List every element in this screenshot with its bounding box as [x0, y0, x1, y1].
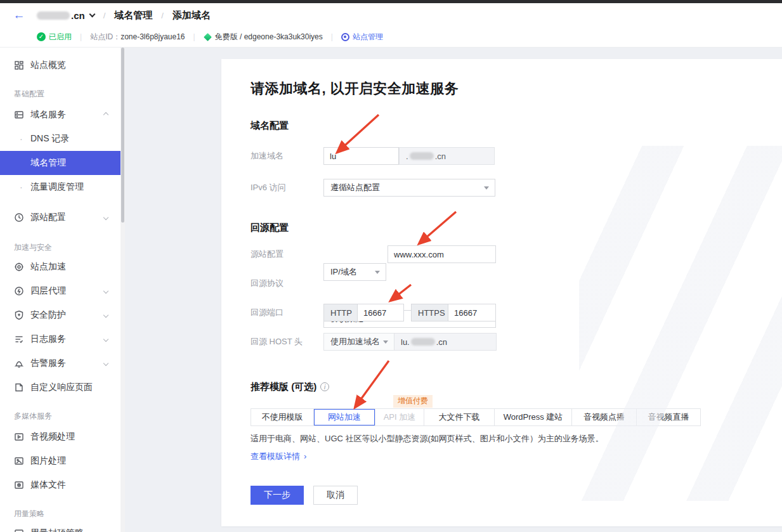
- sidebar-item-origin-config[interactable]: 源站配置: [0, 205, 121, 230]
- divider: |: [331, 32, 333, 41]
- dashboard-icon: [14, 60, 24, 70]
- section-heading-domain-config: 域名配置: [251, 120, 289, 132]
- port-label: 回源端口: [251, 304, 283, 321]
- tab-api-accel: API 加速: [375, 409, 424, 425]
- tab-wordpress[interactable]: WordPress 建站: [495, 409, 572, 425]
- template-heading-text: 推荐模版 (可选): [251, 381, 316, 392]
- sidebar-item-label: 流量调度管理: [30, 181, 84, 193]
- sidebar-section-basic-config: 基础配置: [0, 88, 121, 100]
- scrollbar-thumb[interactable]: [121, 48, 124, 223]
- origin-type-select[interactable]: IP/域名: [323, 263, 386, 281]
- sidebar-item-usage-cap[interactable]: 用量封顶策略: [0, 521, 121, 532]
- media-file-icon: [14, 480, 24, 490]
- chevron-down-icon: [89, 11, 95, 18]
- template-detail-link[interactable]: 查看模版详情›: [251, 451, 306, 462]
- shield-icon: [14, 310, 24, 320]
- caret-down-icon: [484, 186, 489, 190]
- http-port-tag: HTTP: [323, 304, 357, 321]
- sidebar-item-alarm-service[interactable]: 告警服务: [0, 351, 121, 375]
- host-header-control: 使用加速域名 lu. .cn: [323, 333, 497, 351]
- host-mode-select[interactable]: 使用加速域名: [324, 334, 394, 350]
- breadcrumb-item-add-domain: 添加域名: [173, 10, 211, 22]
- masked-site-name: [37, 11, 70, 20]
- sidebar-item-dns-records[interactable]: · DNS 记录: [0, 127, 121, 151]
- sidebar-item-label: 域名服务: [30, 109, 66, 120]
- sidebar-item-l4-proxy[interactable]: 四层代理: [0, 279, 121, 303]
- sidebar-item-label: 站点加速: [30, 261, 66, 273]
- sidebar-item-label: 用量封顶策略: [30, 528, 84, 532]
- sidebar-item-domain-service[interactable]: 域名服务: [0, 103, 121, 127]
- sidebar-item-log-service[interactable]: 日志服务: [0, 327, 121, 351]
- usage-cap-icon: [14, 528, 24, 532]
- tab-vod[interactable]: 音视频点播: [572, 409, 637, 425]
- logs-icon: [14, 334, 24, 344]
- caret-down-icon: [375, 271, 380, 274]
- masked-domain: [411, 338, 435, 346]
- sidebar-scrollbar[interactable]: [121, 48, 125, 532]
- http-port-input[interactable]: [357, 304, 404, 321]
- sidebar-item-custom-response-page[interactable]: 自定义响应页面: [0, 375, 121, 399]
- sidebar-item-site-acceleration[interactable]: 站点加速: [0, 255, 121, 279]
- sidebar-item-label: 媒体文件: [30, 479, 66, 491]
- info-icon[interactable]: i: [320, 382, 329, 391]
- chevron-down-icon: [103, 361, 108, 366]
- host-value-prefix: lu.: [401, 337, 410, 347]
- plan-label: 免费版 / edgeone-3ka3uk30iyes: [215, 32, 323, 42]
- tab-live[interactable]: 音视频直播: [637, 409, 700, 425]
- https-port-tag: HTTPS: [411, 304, 448, 321]
- sidebar-item-site-overview[interactable]: 站点概览: [0, 53, 121, 77]
- sidebar-item-label: 安全防护: [30, 309, 66, 321]
- breadcrumb-item-domain-management[interactable]: 域名管理: [114, 10, 152, 22]
- https-port-field: [448, 304, 496, 321]
- document-icon: [14, 382, 24, 393]
- next-step-button[interactable]: 下一步: [251, 486, 304, 505]
- https-port-input[interactable]: [448, 304, 496, 321]
- sidebar-item-label: 四层代理: [30, 285, 66, 297]
- domain-service-icon: [14, 110, 24, 120]
- sidebar-item-label: 音视频处理: [30, 431, 75, 443]
- sidebar-item-av-processing[interactable]: 音视频处理: [0, 425, 121, 449]
- origin-address-field: [388, 245, 496, 263]
- cancel-button[interactable]: 取消: [313, 486, 358, 505]
- sidebar-item-security-protection[interactable]: 安全防护: [0, 303, 121, 327]
- add-domain-panel: 请添加域名, 以开启安全加速服务 域名配置 加速域名 . .cn IPv6 访问…: [221, 59, 782, 526]
- paid-addon-badge: 增值付费: [393, 395, 433, 408]
- sidebar-item-label: 日志服务: [30, 334, 66, 345]
- sidebar-item-image-processing[interactable]: 图片处理: [0, 449, 121, 473]
- sidebar-item-domain-management[interactable]: 域名管理: [0, 151, 121, 175]
- origin-address-input[interactable]: [388, 245, 496, 263]
- site-manage-link[interactable]: 站点管理: [341, 32, 383, 42]
- template-detail-link-text: 查看模版详情: [251, 451, 300, 461]
- host-mode-value: 使用加速域名: [330, 336, 380, 347]
- check-circle-icon: ✓: [37, 32, 46, 41]
- sidebar-section-usage-policy: 用量策略: [0, 508, 121, 519]
- site-switcher[interactable]: .cn: [37, 10, 94, 21]
- window-top-bar: [0, 0, 782, 3]
- sidebar-section-accel-security: 加速与安全: [0, 242, 121, 253]
- video-icon: [14, 432, 24, 442]
- page-header: ← .cn / 域名管理 / 添加域名 ✓ 已启用 | 站点ID： zone-3…: [0, 3, 782, 48]
- sidebar-item-label: 图片处理: [30, 455, 66, 467]
- sidebar-item-media-files[interactable]: 媒体文件: [0, 473, 121, 497]
- suffix-dot: .: [406, 152, 408, 161]
- accel-domain-input[interactable]: [323, 147, 399, 165]
- back-arrow-icon[interactable]: ←: [10, 8, 28, 22]
- accel-domain-suffix: . .cn: [399, 147, 495, 165]
- section-heading-origin-config: 回源配置: [251, 222, 289, 234]
- tab-no-template[interactable]: 不使用模版: [251, 409, 314, 425]
- tab-large-file-download[interactable]: 大文件下载: [424, 409, 495, 425]
- sidebar-item-label: 源站配置: [30, 212, 66, 223]
- site-status-bar: ✓ 已启用 | 站点ID： zone-3l6p8jyaue16 | 免费版 / …: [37, 27, 383, 46]
- bullet: ·: [20, 182, 23, 192]
- site-suffix: .cn: [71, 10, 85, 21]
- http-port-field: [357, 304, 404, 321]
- page-title: 请添加域名, 以开启安全加速服务: [251, 79, 459, 98]
- ipv6-select[interactable]: 遵循站点配置: [323, 179, 495, 197]
- site-manage-label: 站点管理: [353, 32, 383, 42]
- site-manage-icon: [341, 33, 349, 41]
- origin-type-value: IP/域名: [330, 266, 357, 278]
- sidebar-item-traffic-scheduling[interactable]: · 流量调度管理: [0, 175, 121, 199]
- breadcrumb: ← .cn / 域名管理 / 添加域名: [0, 3, 782, 27]
- tab-website-accel[interactable]: 网站加速: [314, 409, 375, 425]
- sidebar-item-label: 站点概览: [30, 60, 66, 71]
